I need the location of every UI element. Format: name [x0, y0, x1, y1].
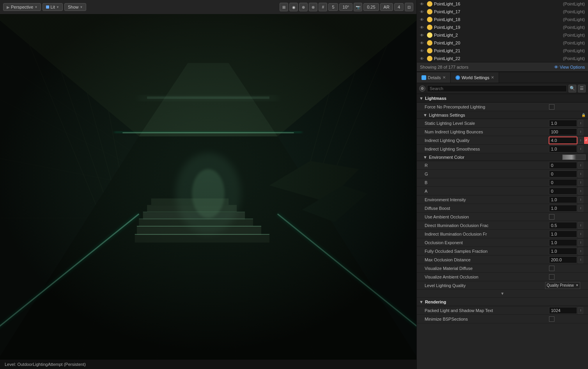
b-input[interactable] — [549, 179, 577, 186]
eye-icon-0[interactable]: 👁 — [420, 1, 425, 7]
num-indirect-bounces-input[interactable] — [549, 128, 577, 135]
level-lighting-quality-dropdown[interactable]: Quality Preview ▼ — [545, 282, 580, 289]
env-color-swatch[interactable] — [562, 154, 586, 160]
env-intensity-spin[interactable]: ↕ — [578, 196, 583, 203]
indirect-illum-occlusion-input[interactable] — [549, 231, 577, 238]
occlusion-exponent-spin[interactable]: ↕ — [578, 239, 583, 246]
details-tab-close[interactable]: ✕ — [443, 75, 446, 80]
g-spin[interactable]: ↕ — [578, 170, 583, 177]
rendering-section-header[interactable]: ▼ Rendering — [417, 298, 588, 306]
outliner-row-2[interactable]: 👁 PointLight_18 (PointLight) — [417, 16, 588, 23]
indirect-smoothness-spin[interactable]: ↕ — [578, 145, 583, 153]
viewport-icon-2[interactable]: ◉ — [289, 3, 298, 11]
camera-icon[interactable]: 📷 — [354, 3, 362, 11]
eye-icon-7[interactable]: 👁 — [420, 56, 425, 61]
lightmass-settings-header[interactable]: ▼ Lightmass Settings 🔒 — [417, 111, 588, 119]
outliner-footer: Showing 28 of 177 actors 👁 View Options — [417, 62, 588, 71]
diffuse-boost-spin[interactable]: ↕ — [578, 205, 583, 212]
lightmass-section-header[interactable]: ▼ Lightmass — [417, 94, 588, 103]
indirect-quality-reset[interactable]: ↺ — [584, 137, 588, 144]
eye-icon-2[interactable]: 👁 — [420, 17, 425, 22]
indirect-lighting-quality-spin[interactable]: ↕ — [578, 137, 583, 144]
show-btn[interactable]: Show ▼ — [64, 3, 86, 11]
viewport-scale[interactable]: 0.25 — [363, 3, 379, 11]
env-intensity-input[interactable] — [549, 196, 577, 203]
filter-btn[interactable]: ☰ — [578, 85, 586, 92]
viewport-icon-4[interactable]: ⊗ — [309, 3, 317, 11]
outliner-row-5[interactable]: 👁 PointLight_20 (PointLight) — [417, 39, 588, 47]
collapse-indicator[interactable]: ▼ — [417, 290, 588, 298]
viewport-restore[interactable]: ⊡ — [405, 3, 413, 11]
outliner-row-0[interactable]: 👁 PointLight_16 (PointLight) — [417, 0, 588, 8]
visualize-material-checkbox[interactable] — [549, 266, 554, 271]
outliner-row-3[interactable]: 👁 PointLight_19 (PointLight) — [417, 23, 588, 31]
viewport-num4[interactable]: 4 — [394, 3, 404, 11]
outliner-row-1[interactable]: 👁 PointLight_17 (PointLight) — [417, 8, 588, 16]
view-options-btn[interactable]: 👁 View Options — [554, 65, 585, 69]
viewport-speed-5[interactable]: 5 — [328, 3, 338, 11]
viewport-angle[interactable]: 10° — [339, 3, 353, 11]
indirect-illum-occlusion-spin[interactable]: ↕ — [578, 231, 583, 238]
outliner-row-6[interactable]: 👁 PointLight_21 (PointLight) — [417, 47, 588, 55]
viewport-ar[interactable]: AR — [380, 3, 393, 11]
viewport-icon-3[interactable]: ⊕ — [299, 3, 308, 11]
diffuse-boost-input[interactable] — [549, 205, 577, 212]
prop-a: A ↕ — [417, 187, 588, 195]
direct-illum-occlusion-input[interactable] — [549, 222, 577, 229]
outliner-list[interactable]: 👁 PointLight_16 (PointLight) 👁 PointLigh… — [417, 0, 588, 62]
eye-icon-6[interactable]: 👁 — [420, 48, 425, 53]
direct-illum-occlusion-spin[interactable]: ↕ — [578, 222, 583, 229]
properties-panel[interactable]: ▼ Lightmass Force No Precomputed Lightin… — [417, 94, 588, 369]
occlusion-exponent-input[interactable] — [549, 239, 577, 246]
fully-occluded-spin[interactable]: ↕ — [578, 248, 583, 255]
search-input[interactable] — [427, 85, 567, 92]
eye-icon-3[interactable]: 👁 — [420, 25, 425, 30]
b-spin[interactable]: ↕ — [578, 179, 583, 186]
max-occlusion-input[interactable] — [549, 256, 577, 263]
panel-settings-icon[interactable]: ⚙ — [419, 85, 425, 92]
static-lighting-scale-input[interactable] — [549, 120, 577, 127]
lit-btn[interactable]: Lit ▼ — [43, 3, 63, 11]
static-lighting-scale-spin[interactable]: ↕ — [578, 120, 583, 127]
packed-light-spin[interactable]: ↕ — [578, 307, 583, 314]
lightmass-settings-arrow: ▼ — [423, 113, 427, 117]
fully-occluded-input[interactable] — [549, 248, 577, 255]
tab-world-settings[interactable]: World Settings ✕ — [451, 72, 499, 83]
outliner-name-5: PointLight_20 — [434, 41, 460, 45]
a-input[interactable] — [549, 188, 577, 195]
level-lighting-quality-value: Quality Preview — [547, 283, 574, 287]
a-value-area: ↕ — [549, 188, 588, 195]
light-icon-5 — [427, 40, 432, 46]
g-input[interactable] — [549, 170, 577, 177]
max-occlusion-spin[interactable]: ↕ — [578, 256, 583, 263]
minimize-bsp-checkbox[interactable] — [549, 316, 554, 322]
visualize-ambient-checkbox[interactable] — [549, 274, 554, 280]
indirect-smoothness-input[interactable] — [549, 145, 577, 153]
light-icon-3 — [427, 25, 432, 30]
viewport[interactable]: ▶ Perspective ▼ Lit ▼ Show ▼ ⊞ ◉ ⊕ ⊗ # 5 — [0, 0, 416, 369]
viewport-icon-1[interactable]: ⊞ — [280, 3, 288, 11]
eye-icon-5[interactable]: 👁 — [420, 40, 425, 46]
eye-icon-4[interactable]: 👁 — [420, 32, 425, 38]
b-value-area: ↕ — [549, 179, 588, 186]
indirect-lighting-quality-input[interactable] — [549, 137, 577, 144]
eye-icon-1[interactable]: 👁 — [420, 9, 425, 14]
tab-details[interactable]: Details ✕ — [417, 72, 451, 83]
packed-light-label: Packed Light and Shadow Map Text — [420, 308, 549, 313]
num-indirect-bounces-spin[interactable]: ↕ — [578, 128, 583, 135]
a-spin[interactable]: ↕ — [578, 188, 583, 195]
r-spin[interactable]: ↕ — [578, 162, 583, 169]
a-label: A — [420, 189, 549, 193]
packed-light-input[interactable] — [549, 307, 577, 314]
use-ambient-occlusion-checkbox[interactable] — [549, 214, 554, 220]
outliner-row-7[interactable]: 👁 PointLight_22 (PointLight) — [417, 55, 588, 62]
viewport-mode-btn[interactable]: ▶ Perspective ▼ — [3, 3, 41, 11]
r-input[interactable] — [549, 162, 577, 169]
outliner-row-4[interactable]: 👁 PointLight_2 (PointLight) — [417, 31, 588, 39]
environment-color-header[interactable]: ▼ Environment Color — [417, 153, 588, 161]
world-settings-tab-close[interactable]: ✕ — [491, 75, 494, 80]
force-no-precomputed-checkbox[interactable] — [549, 104, 554, 110]
viewport-icon-5[interactable]: # — [319, 3, 327, 11]
search-btn[interactable]: 🔍 — [569, 85, 576, 92]
level-lighting-quality-label: Level Lighting Quality — [420, 283, 545, 288]
